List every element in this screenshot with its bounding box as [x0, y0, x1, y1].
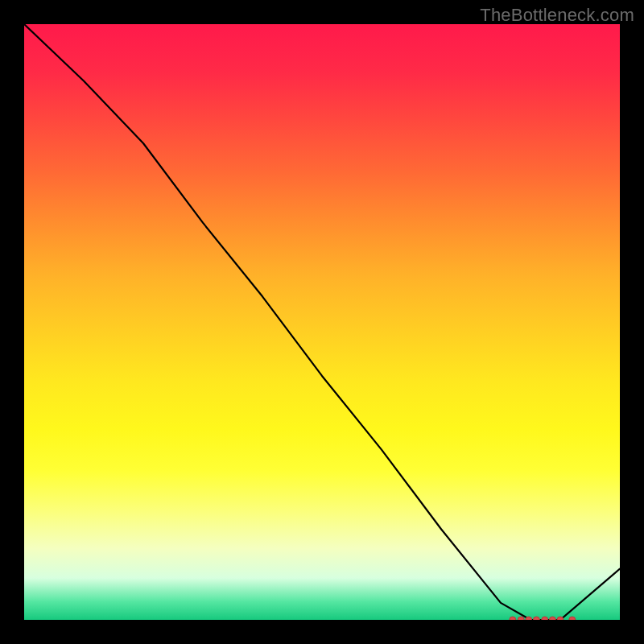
bottleneck-curve [24, 24, 620, 620]
minimum-marker [526, 617, 532, 620]
minimum-marker [518, 617, 524, 620]
minimum-marker [542, 617, 548, 620]
chart-svg [24, 24, 620, 620]
minimum-marker [569, 617, 576, 620]
minimum-marker [510, 617, 516, 620]
chart-frame: TheBottleneck.com [0, 0, 644, 644]
watermark-text: TheBottleneck.com [480, 5, 634, 26]
minimum-marker [549, 617, 555, 620]
plot-area [24, 24, 620, 620]
minimum-marker [533, 617, 539, 620]
minimum-marker [557, 617, 564, 620]
minimum-marker-group [510, 617, 576, 620]
